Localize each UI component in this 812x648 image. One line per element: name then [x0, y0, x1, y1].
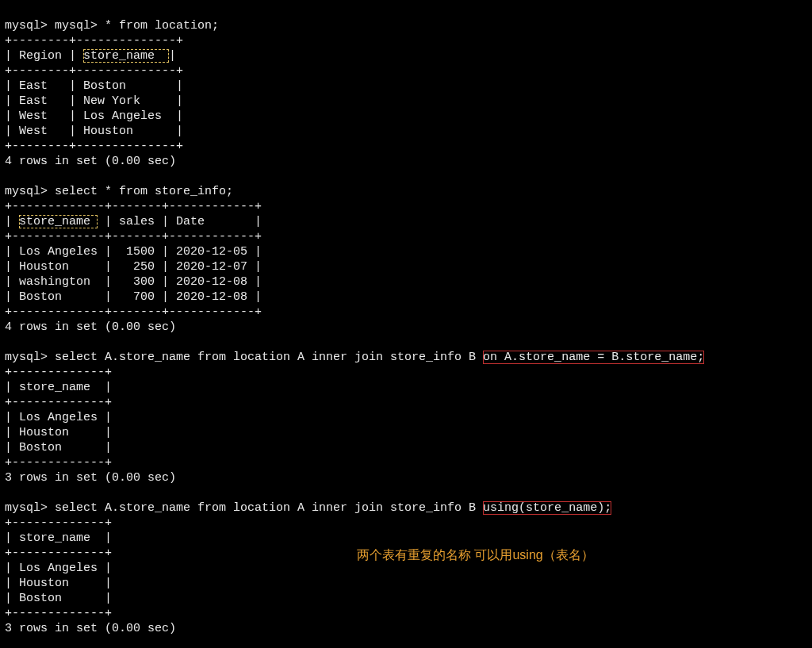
q4-sep-mid: +-------------+	[5, 546, 112, 560]
q2-hdr-mid1: |	[98, 215, 119, 228]
q2-hdr-pre: |	[5, 215, 19, 228]
terminal-output: mysql> mysql> * from location; +--------…	[0, 0, 812, 648]
q4-row3: | Boston |	[5, 592, 112, 605]
q2-row1: | Los Angeles | 1500 | 2020-12-05 |	[5, 245, 262, 259]
q1-col-region: Region	[19, 49, 62, 63]
q4-hdr: | store_name |	[5, 531, 112, 545]
q3-row1: | Los Angeles |	[5, 411, 112, 424]
q2-row2: | Houston | 250 | 2020-12-07 |	[5, 260, 262, 274]
q2-hdr-mid2: |	[155, 215, 176, 228]
q2-sep-bot: +-------------+-------+------------+	[5, 305, 262, 319]
q3-sep-mid: +-------------+	[5, 396, 112, 409]
q2-row4: | Boston | 700 | 2020-12-08 |	[5, 290, 262, 304]
q3-row3: | Boston |	[5, 441, 112, 454]
q1-row3: | West | Los Angeles |	[5, 109, 183, 123]
q1-hdr-mid: |	[62, 49, 83, 63]
q3-prompt-pre: mysql> select A.store_name from location…	[5, 351, 483, 364]
q4-prompt-using-clause: using(store_name);	[483, 501, 611, 515]
q1-hdr-post: |	[169, 49, 176, 63]
q1-row2: | East | New York |	[5, 94, 183, 108]
q2-col-date: Date	[176, 215, 247, 228]
q1-hdr-pre: |	[5, 49, 19, 63]
q3-sep-bot: +-------------+	[5, 456, 112, 470]
q1-col-store-name: store_name	[83, 49, 169, 63]
q3-status: 3 rows in set (0.00 sec)	[5, 471, 176, 485]
q4-row1: | Los Angeles |	[5, 562, 112, 575]
q1-status: 4 rows in set (0.00 sec)	[5, 155, 176, 168]
q2-sep-mid: +-------------+-------+------------+	[5, 230, 262, 243]
q4-row2: | Houston |	[5, 577, 112, 590]
q4-sep-top: +-------------+	[5, 516, 112, 530]
q2-row3: | washington | 300 | 2020-12-08 |	[5, 275, 262, 289]
q1-row4: | West | Houston |	[5, 125, 183, 138]
q1-row1: | East | Boston |	[5, 79, 183, 93]
q2-sep-top: +-------------+-------+------------+	[5, 200, 262, 213]
q3-sep-top: +-------------+	[5, 366, 112, 379]
q4-status: 3 rows in set (0.00 sec)	[5, 622, 176, 635]
q2-hdr-post: |	[247, 215, 262, 228]
q1-sep-bot: +--------+--------------+	[5, 140, 183, 153]
q2-col-sales: sales	[119, 215, 155, 228]
q1-sep-mid: +--------+--------------+	[5, 64, 183, 78]
q2-col-store-name: store_name	[19, 215, 98, 228]
q3-hdr: | store_name |	[5, 381, 112, 394]
annotation-text: 两个表有重复的名称 可以用using（表名）	[357, 547, 594, 562]
q4-prompt-pre: mysql> select A.store_name from location…	[5, 501, 483, 515]
q1-prompt: mysql> mysql> * from location;	[5, 19, 219, 33]
q3-prompt-on-clause: on A.store_name = B.store_name;	[483, 351, 704, 364]
q4-sep-bot: +-------------+	[5, 607, 112, 620]
q1-sep-top: +--------+--------------+	[5, 34, 183, 48]
q3-row2: | Houston |	[5, 426, 112, 439]
q2-status: 4 rows in set (0.00 sec)	[5, 320, 176, 334]
q2-prompt: mysql> select * from store_info;	[5, 185, 233, 198]
